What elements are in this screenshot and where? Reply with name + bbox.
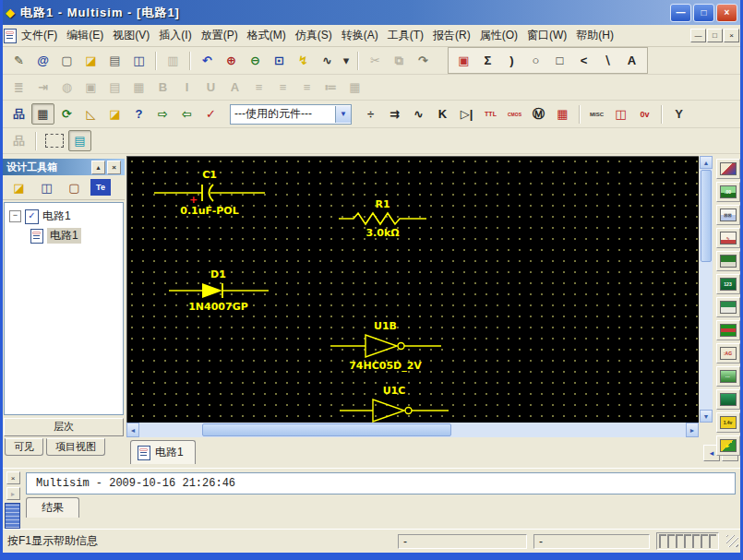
- erc-check-icon[interactable]: ✓: [199, 103, 222, 125]
- save-sheet-icon[interactable]: ◫: [35, 177, 58, 198]
- menu-file[interactable]: 文件(F): [18, 25, 61, 46]
- document-system-icon[interactable]: [4, 29, 17, 43]
- misc-family-icon[interactable]: MISC: [585, 103, 608, 125]
- text-edit-icon[interactable]: Te: [90, 179, 111, 196]
- tab-visible[interactable]: 可见: [5, 438, 43, 456]
- scroll-left-icon[interactable]: ◄: [126, 423, 139, 437]
- agilent-multimeter-icon[interactable]: 1.4v: [716, 412, 740, 433]
- new-sheet-icon[interactable]: ▢: [63, 177, 86, 198]
- component-u1c[interactable]: U1C: [339, 385, 449, 423]
- combo-dropdown-icon[interactable]: ▼: [335, 106, 351, 123]
- grapher-dropdown-icon[interactable]: ▾: [340, 50, 353, 71]
- ellipse-icon[interactable]: ○: [524, 50, 547, 71]
- undo-icon[interactable]: ↶: [196, 50, 219, 71]
- function-generator-icon[interactable]: .00: [716, 182, 740, 202]
- menu-insert[interactable]: 插入(I): [155, 25, 195, 46]
- menu-options[interactable]: 属性(O): [476, 25, 521, 46]
- peripheral-family-icon[interactable]: ◫: [609, 103, 632, 125]
- mdi-close-button[interactable]: ×: [724, 29, 739, 42]
- tab-project-view[interactable]: 项目视图: [46, 438, 105, 456]
- grid-icon[interactable]: ▦: [31, 103, 54, 125]
- run-simulation-icon[interactable]: ↯: [292, 50, 315, 71]
- wattmeter-icon[interactable]: ⊠⊠: [716, 205, 740, 225]
- schematic-canvas[interactable]: C1 + 0.1uF-POL R1 3.0kΩ D1: [126, 156, 699, 423]
- database-icon[interactable]: ⟳: [55, 103, 78, 125]
- results-nav-button[interactable]: ▸: [6, 487, 20, 500]
- polygon-icon[interactable]: Σ: [476, 50, 499, 71]
- tree-child-label[interactable]: 电路1: [47, 228, 81, 244]
- vertical-scroll-thumb[interactable]: [701, 170, 712, 262]
- ttl-family-icon[interactable]: TTL: [479, 103, 502, 125]
- export-icon[interactable]: ⇨: [151, 103, 174, 125]
- sheet-tab-circuit1[interactable]: 电路1: [130, 440, 196, 464]
- menu-edit[interactable]: 编辑(E): [63, 25, 107, 46]
- save-icon[interactable]: ◫: [127, 50, 150, 71]
- analog-family-icon[interactable]: ▷|: [455, 103, 478, 125]
- horizontal-scroll-thumb[interactable]: [202, 423, 451, 436]
- new-icon[interactable]: ▢: [55, 50, 78, 71]
- results-tab[interactable]: 结果: [26, 497, 79, 518]
- canvas-vertical-scrollbar[interactable]: ▲ ▼: [700, 156, 713, 423]
- panel-close-button[interactable]: ×: [107, 161, 121, 174]
- power-family-icon[interactable]: 0v: [633, 103, 656, 125]
- component-r1[interactable]: R1 3.0kΩ: [334, 198, 431, 239]
- mixed-family-icon[interactable]: Ⓜ: [527, 103, 550, 125]
- print-icon[interactable]: ▤: [103, 50, 126, 71]
- menu-view[interactable]: 视图(V): [109, 25, 153, 46]
- logic-converter-icon[interactable]: :AG: [716, 343, 740, 363]
- panel-pin-button[interactable]: ▴: [91, 161, 105, 174]
- tree-root-label[interactable]: 电路1: [42, 209, 71, 224]
- zoom-in-icon[interactable]: ⊕: [220, 50, 243, 71]
- redo-icon[interactable]: ↷: [412, 50, 435, 71]
- agilent-oscilloscope-icon[interactable]: ▶: [716, 435, 740, 456]
- component-c1[interactable]: C1 + 0.1uF-POL: [150, 169, 270, 217]
- menu-place[interactable]: 放置(P): [198, 25, 242, 46]
- mdi-minimize-button[interactable]: —: [690, 29, 706, 42]
- resize-grip[interactable]: [726, 535, 738, 547]
- transistor-family-icon[interactable]: K: [431, 103, 454, 125]
- tree-child-row[interactable]: 电路1: [5, 226, 123, 245]
- component-d1[interactable]: D1 1N4007GP: [165, 268, 271, 313]
- menu-help[interactable]: 帮助(H): [572, 25, 617, 46]
- cmos-family-icon[interactable]: CMOS: [503, 103, 526, 125]
- frequency-counter-icon[interactable]: 123: [716, 274, 740, 294]
- tree-root-row[interactable]: − 电路1: [5, 207, 123, 226]
- basic-family-icon[interactable]: ∿: [407, 103, 430, 125]
- browse-database-icon[interactable]: @: [31, 50, 54, 71]
- zoom-out-icon[interactable]: ⊖: [244, 50, 267, 71]
- line-icon[interactable]: ∖: [596, 50, 619, 71]
- hierarchy-button[interactable]: 层次: [4, 418, 124, 436]
- multimeter-icon[interactable]: [716, 159, 740, 179]
- tree-expander-icon[interactable]: −: [9, 210, 21, 222]
- open-project-icon[interactable]: ◪: [103, 103, 126, 125]
- open-sheet-icon[interactable]: ◪: [7, 177, 30, 198]
- scroll-up-icon[interactable]: ▲: [700, 156, 713, 169]
- menu-simulate[interactable]: 仿真(S): [292, 25, 336, 46]
- diode-family-icon[interactable]: ⇉: [383, 103, 406, 125]
- polyline-icon[interactable]: <: [572, 50, 595, 71]
- results-close-button[interactable]: ×: [6, 471, 20, 484]
- sketch-icon[interactable]: ✎: [7, 50, 30, 71]
- results-textbox[interactable]: Multisim - 2009-10-16 21:26:46: [26, 472, 736, 494]
- component-u1b[interactable]: U1B 74HC05D_2V: [328, 320, 443, 372]
- menu-transfer[interactable]: 转换(A): [338, 25, 382, 46]
- zoom-area-icon[interactable]: ⊡: [268, 50, 291, 71]
- picture-icon[interactable]: ▣: [452, 50, 475, 71]
- menu-tools[interactable]: 工具(T): [384, 25, 427, 46]
- canvas-horizontal-scrollbar[interactable]: ◄ ►: [126, 423, 699, 437]
- mdi-restore-button[interactable]: □: [707, 29, 723, 42]
- spectrum-analyzer-icon[interactable]: [716, 389, 740, 410]
- maximize-button[interactable]: □: [693, 4, 714, 22]
- distortion-analyzer-icon[interactable]: ···: [716, 366, 740, 387]
- open-icon[interactable]: ◪: [79, 50, 102, 71]
- grapher-icon[interactable]: ∿: [316, 50, 339, 71]
- text-icon[interactable]: A: [620, 50, 643, 71]
- selection-rect-icon[interactable]: [45, 134, 64, 148]
- indicator-family-icon[interactable]: ▦: [551, 103, 574, 125]
- logic-analyzer-icon[interactable]: [716, 320, 740, 340]
- four-channel-scope-icon[interactable]: [716, 251, 740, 271]
- rectangle-icon[interactable]: □: [548, 50, 571, 71]
- minimize-button[interactable]: —: [670, 4, 691, 22]
- arc-icon[interactable]: ): [500, 50, 523, 71]
- import-icon[interactable]: ⇦: [175, 103, 198, 125]
